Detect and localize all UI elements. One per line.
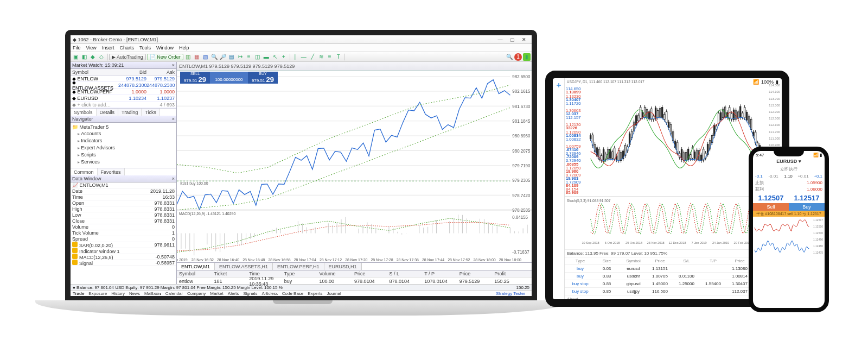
svg-rect-198: [646, 110, 647, 118]
toolbar-vline-icon[interactable]: |: [291, 53, 299, 61]
chart-tab-2[interactable]: ENTLOW.ASSETS,H1: [215, 263, 273, 270]
tab-symbols[interactable]: Symbols: [71, 109, 97, 116]
tab-common[interactable]: Common: [71, 168, 98, 175]
nav-scripts[interactable]: Scripts: [72, 152, 175, 159]
toolbar-status-icon[interactable]: ▮: [523, 53, 531, 61]
sell-button[interactable]: SELL 979.51 29: [180, 72, 210, 84]
toolbar-fibo-icon[interactable]: ≡: [326, 53, 334, 61]
toolbar-text-icon[interactable]: T: [335, 53, 342, 61]
nav-accounts[interactable]: Accounts: [72, 130, 175, 137]
svg-text:28 Nov 17:12: 28 Nov 17:12: [320, 257, 342, 262]
toolbox-tab[interactable]: Market: [210, 291, 223, 296]
nav-root[interactable]: 📁 MetaTrader 5: [72, 124, 175, 130]
svg-rect-234: [685, 153, 686, 161]
phone-sell-button[interactable]: Sell: [753, 203, 789, 211]
toolbar-chart-line-icon[interactable]: ▧: [202, 53, 209, 61]
toolbar-arrow-icon[interactable]: ◧: [80, 53, 88, 61]
toolbar-alert-icon[interactable]: 1: [514, 53, 522, 61]
phone-volume-row[interactable]: -0.1 -0.01 1.10 +0.01 +0.1: [753, 173, 825, 179]
tab-ticks[interactable]: Ticks: [142, 109, 160, 116]
toolbar-equidistant-icon[interactable]: ≋: [317, 53, 325, 61]
phone-symbol[interactable]: EURUSD ▾: [753, 159, 825, 166]
menu-insert[interactable]: Insert: [102, 45, 114, 51]
close-button[interactable]: ✕: [519, 36, 529, 43]
toolbox-tab[interactable]: Company: [187, 291, 206, 296]
toolbox-tab[interactable]: Mailbox₁: [144, 291, 161, 296]
toolbox-tab[interactable]: Journal: [327, 291, 341, 296]
market-watch-row[interactable]: ◆ + click to add…4 / 693: [71, 102, 176, 108]
chart-area[interactable]: SELL 979.51 29 100.00000000 BUY 979.51 2…: [177, 71, 532, 262]
svg-text:10 Sep 2018: 10 Sep 2018: [582, 241, 599, 244]
toolbox-tab[interactable]: Experts: [308, 291, 322, 296]
menu-help[interactable]: Help: [179, 45, 189, 51]
tablet-add-icon[interactable]: ＋: [555, 80, 563, 90]
data-window-row: Signal-0.56957: [71, 260, 176, 266]
toolbar-diamond-icon[interactable]: ◆: [89, 53, 97, 61]
toolbar-zoom-out-icon[interactable]: 🔎: [219, 53, 227, 61]
market-watch-row[interactable]: ◆ EURUSD1.102341.10237: [71, 95, 176, 102]
toolbox-tab[interactable]: News: [129, 291, 140, 296]
toolbox-tab[interactable]: Alerts: [228, 291, 239, 296]
menu-tools[interactable]: Tools: [139, 45, 151, 51]
toolbar-indicators-icon[interactable]: ≡: [245, 53, 253, 61]
menu-charts[interactable]: Charts: [119, 45, 134, 51]
toolbar-shift-icon[interactable]: ↦: [237, 53, 244, 61]
toolbar-templates-icon[interactable]: ▬: [263, 53, 270, 61]
toolbox-tab[interactable]: Exposure: [88, 291, 107, 296]
svg-rect-232: [683, 153, 684, 161]
toolbar-folder-icon[interactable]: ▣: [72, 53, 79, 61]
new-order-button[interactable]: 📄 New Order: [147, 54, 183, 60]
chart-tab-1[interactable]: ENTLOW,M1: [177, 263, 215, 270]
phone-buy-button[interactable]: Buy: [789, 203, 825, 211]
toolbox-tab[interactable]: Trade: [73, 291, 84, 296]
volume-display[interactable]: 100.00000000: [210, 72, 248, 84]
toolbox-tab[interactable]: Signals: [243, 291, 257, 296]
svg-text:USDJPY, D1, 111.460 112.107 11: USDJPY, D1, 111.460 112.107 111.312 112.…: [567, 80, 644, 84]
tab-trading[interactable]: Trading: [118, 109, 142, 116]
toolbox-tab[interactable]: History: [111, 291, 125, 296]
strategy-tester-link[interactable]: Strategy Tester: [496, 291, 525, 296]
nav-indicators[interactable]: Indicators: [72, 137, 175, 144]
toolbox-tab[interactable]: Code Base: [282, 291, 304, 296]
toolbar-hline-icon[interactable]: —: [300, 53, 308, 61]
nav-services[interactable]: Services: [72, 159, 175, 166]
menu-view[interactable]: View: [86, 45, 97, 51]
toolbar-grid-icon[interactable]: ▤: [228, 53, 235, 61]
market-watch-close-icon[interactable]: ×: [172, 62, 175, 68]
minimize-button[interactable]: —: [495, 36, 506, 43]
toolbar-zoom-in-icon[interactable]: 🔍: [210, 53, 218, 61]
chart-tab-3[interactable]: ENTLOW.PERF,H1: [273, 263, 324, 270]
toolbar-trendline-icon[interactable]: ╱: [309, 53, 316, 61]
menu-window[interactable]: Window: [156, 45, 174, 51]
toolbar-chart-candle-icon[interactable]: ▦: [193, 53, 201, 61]
toolbox-tab[interactable]: Articles₁: [262, 291, 278, 296]
menu-file[interactable]: File: [73, 45, 81, 51]
svg-text:23 Nov 2018: 23 Nov 2018: [647, 241, 665, 244]
svg-text:111.700: 111.700: [769, 130, 780, 133]
tab-details[interactable]: Details: [97, 109, 119, 116]
nav-experts[interactable]: Expert Advisors: [72, 144, 175, 152]
toolbox-tabs: TradeExposureHistoryNewsMailbox₁Calendar…: [71, 290, 532, 296]
toolbox-tab[interactable]: Calendar: [165, 291, 183, 296]
toolbar-star-icon[interactable]: ◇: [98, 53, 105, 61]
svg-text:112.157: 112.157: [566, 115, 580, 120]
maximize-button[interactable]: ▢: [507, 36, 518, 43]
data-window-close-icon[interactable]: ×: [172, 176, 175, 181]
autotrading-button[interactable]: ▶ AutoTrading: [109, 54, 146, 60]
chart-tab-4[interactable]: EURUSD,H1: [324, 263, 362, 270]
toolbar-search-icon[interactable]: 🔍: [506, 53, 513, 61]
toolbar-periods-icon[interactable]: ◫: [254, 53, 261, 61]
toolbar-chart-bar-icon[interactable]: ▥: [184, 53, 192, 61]
navigator-close-icon[interactable]: ×: [172, 116, 175, 122]
phone-tp-row[interactable]: 获利1.06000: [753, 186, 825, 192]
market-watch-row[interactable]: ◆ ENTLOW.PERF1.00001.0000: [71, 89, 176, 95]
buy-button[interactable]: BUY 979.51 29: [248, 72, 278, 84]
svg-text:980.6960: 980.6960: [512, 134, 530, 138]
toolbar-cursor-icon[interactable]: ↖: [271, 53, 279, 61]
svg-text:111.300: 111.300: [769, 137, 780, 140]
phone-close-position[interactable]: 平仓 #108108417 sell 1.10 亏 1.12517: [753, 211, 825, 217]
market-watch-row[interactable]: ◆ ENTLOW.ASSETS244878.2300244878.2300: [71, 82, 176, 89]
tab-favorites[interactable]: Favorites: [98, 168, 125, 175]
toolbar-crosshair-icon[interactable]: +: [280, 53, 288, 61]
phone-sl-row[interactable]: 止损1.05900: [753, 179, 825, 186]
